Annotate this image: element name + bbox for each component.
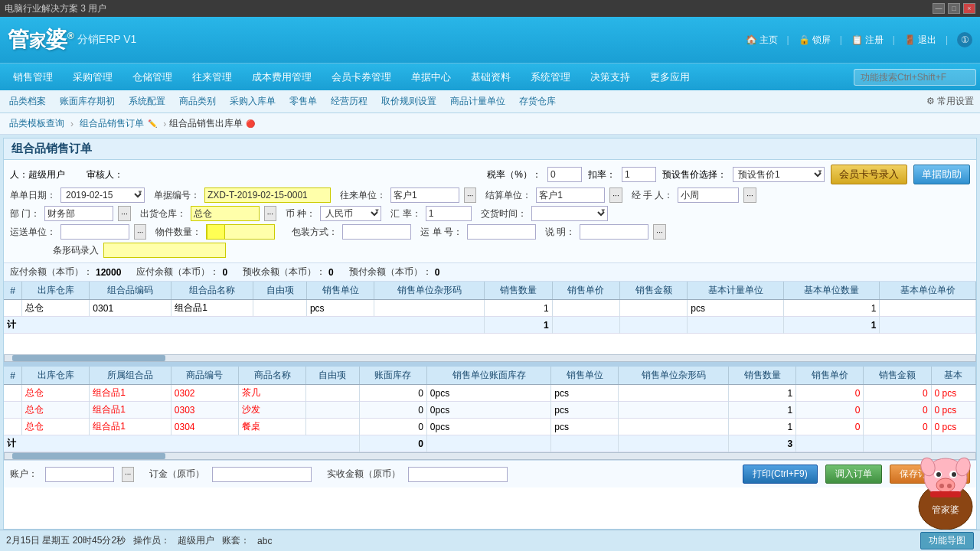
tax-rate-input[interactable] <box>547 167 582 182</box>
lcol-combo: 所属组合品 <box>90 367 172 385</box>
to-unit-btn[interactable]: ··· <box>464 187 476 203</box>
to-unit-input[interactable] <box>390 187 459 203</box>
subnav-category[interactable]: 商品类别 <box>176 93 219 109</box>
logout-link[interactable]: 🚪 退出 <box>904 34 936 47</box>
account-btn[interactable]: ··· <box>122 467 134 482</box>
order-num-label: 单据编号： <box>154 189 200 202</box>
lcol-basic: 基本 <box>931 367 975 385</box>
warehouse-input[interactable] <box>191 206 260 221</box>
form-row-4: 条形码录入 <box>10 243 970 258</box>
func-map-btn[interactable]: 功能导图 <box>920 532 974 549</box>
vip-card-btn[interactable]: 会员卡号录入 <box>831 165 907 184</box>
sub-nav: 品类档案 账面库存期初 系统配置 商品类别 采购入库单 零售单 经营历程 取价规… <box>0 90 980 113</box>
nav-membership[interactable]: 会员卡券管理 <box>322 67 400 87</box>
note-input[interactable] <box>580 224 648 240</box>
price-select[interactable]: 预设售价1 <box>733 167 825 182</box>
subnav-purchase-in[interactable]: 采购入库单 <box>227 93 279 109</box>
ship-num-label: 运 单 号： <box>420 226 462 239</box>
form-area: 人：超级用户 审核人： 税率（%）： 扣率： 预设售价选择： 预设售价1 会员卡… <box>4 160 976 263</box>
table-row[interactable]: 总仓 组合品1 0304 餐桌 0 0pcs pcs 1 0 0 0 pcs <box>4 419 976 435</box>
upper-scrollbar[interactable] <box>4 354 976 362</box>
lower-table: # 出库仓库 所属组合品 商品编号 商品名称 自由项 账面库存 销售单位账面库存… <box>4 367 976 452</box>
lower-scrollbar[interactable] <box>4 452 976 460</box>
subnav-retail[interactable]: 零售单 <box>286 93 320 109</box>
subnav-product-file[interactable]: 品类档案 <box>6 93 49 109</box>
breadcrumb-template[interactable]: 品类模板查询 <box>6 116 67 132</box>
lcol-code: 商品编号 <box>171 367 238 385</box>
to-unit-label: 往来单位： <box>340 189 386 202</box>
maximize-btn[interactable]: □ <box>948 3 960 14</box>
svg-point-3 <box>939 484 944 488</box>
table-row[interactable]: 总仓 0301 组合品1 pcs 1 pcs 1 <box>4 300 976 317</box>
nav-search-input[interactable] <box>854 69 976 86</box>
order-input[interactable] <box>212 467 312 482</box>
nav-transactions[interactable]: 往来管理 <box>183 67 241 87</box>
form-row-3: 运送单位： ··· 物件数量： 包装方式： 运 单 号： 说 明： ··· <box>10 224 970 240</box>
info-link[interactable]: ① <box>957 32 972 47</box>
dept-btn[interactable]: ··· <box>118 206 130 221</box>
svg-point-8 <box>952 472 956 477</box>
nav-vouchers[interactable]: 单据中心 <box>402 67 460 87</box>
price-select-wrapper: 预设售价1 <box>733 167 825 182</box>
actual-input[interactable] <box>408 467 508 482</box>
parts-count-input[interactable] <box>206 224 275 240</box>
header-right: 🏠 主页 | 🔒 锁屏 | 📋 注册 | 🚪 退出 | ① <box>746 17 973 63</box>
reviewer-label: 审核人： <box>87 168 123 181</box>
help-btn[interactable]: 单据助助 <box>913 165 970 184</box>
col-sales-amount: 销售金额 <box>620 282 688 300</box>
dept-input[interactable] <box>44 206 113 221</box>
pre-pay: 预付余额（本币）： 0 <box>349 266 440 279</box>
dept-label: 部 门： <box>10 207 40 220</box>
subnav-history[interactable]: 经营历程 <box>328 93 371 109</box>
minimize-btn[interactable]: — <box>933 3 945 14</box>
order-num-input[interactable] <box>204 187 331 203</box>
breadcrumb-combo-sales[interactable]: 组合品销售订单 ✏️ <box>77 116 160 132</box>
lower-scrollbar-thumb[interactable] <box>12 453 165 459</box>
ship-num-input[interactable] <box>467 224 536 240</box>
nav-basic-data[interactable]: 基础资料 <box>462 67 520 87</box>
currency-select[interactable]: 人民币 <box>320 206 381 221</box>
shipping-input[interactable] <box>60 224 129 240</box>
warehouse-btn[interactable]: ··· <box>264 206 276 221</box>
note-btn[interactable]: ··· <box>653 224 665 240</box>
exchange-input[interactable] <box>426 206 472 221</box>
page-content: 组合品销售订单 人：超级用户 审核人： 税率（%）： 扣率： 预设售价选择： 预… <box>3 138 977 530</box>
close-btn[interactable]: × <box>963 3 975 14</box>
settings-link[interactable]: ⚙ 常用设置 <box>926 95 974 108</box>
subnav-pricing[interactable]: 取价规则设置 <box>378 93 439 109</box>
nav-sales[interactable]: 销售管理 <box>4 67 62 87</box>
settle-btn[interactable]: ··· <box>609 187 622 203</box>
subnav-ledger[interactable]: 账面库存期初 <box>57 93 118 109</box>
home-link[interactable]: 🏠 主页 <box>746 34 778 47</box>
register-link[interactable]: 📋 注册 <box>851 34 884 47</box>
nav-decisions[interactable]: 决策支持 <box>581 67 639 87</box>
barcode-input[interactable] <box>103 243 226 258</box>
nav-costs[interactable]: 成本费用管理 <box>243 67 321 87</box>
pre-rec-val: 0 <box>328 267 334 278</box>
discount-input[interactable] <box>622 167 656 182</box>
settle-input[interactable] <box>536 187 605 203</box>
nav-warehouse[interactable]: 仓储管理 <box>123 67 181 87</box>
table-row[interactable]: 总仓 组合品1 0302 茶几 0 0pcs pcs 1 0 0 0 pcs <box>4 385 976 402</box>
table-row[interactable]: 总仓 组合品1 0303 沙发 0 0pcs pcs 1 0 0 0 pcs <box>4 402 976 419</box>
nav-system[interactable]: 系统管理 <box>521 67 580 87</box>
nav-more[interactable]: 更多应用 <box>641 67 699 87</box>
shipping-btn[interactable]: ··· <box>134 224 146 240</box>
import-btn[interactable]: 调入订单 <box>825 465 882 484</box>
handler-btn[interactable]: ··· <box>743 187 756 203</box>
subnav-sysconfig[interactable]: 系统配置 <box>126 93 168 109</box>
pack-input[interactable] <box>342 224 411 240</box>
subnav-warehouse[interactable]: 存货仓库 <box>516 93 559 109</box>
date-label: 单单日期： <box>10 189 56 202</box>
col-combo-name: 组合品名称 <box>172 282 253 300</box>
subnav-uom[interactable]: 商品计量单位 <box>447 93 508 109</box>
nav-purchase[interactable]: 采购管理 <box>64 67 122 87</box>
actual-label: 实收金额（原币） <box>327 468 400 481</box>
upper-scrollbar-thumb[interactable] <box>12 355 165 361</box>
trade-time-select[interactable] <box>531 206 608 221</box>
handler-input[interactable] <box>678 187 739 203</box>
date-input[interactable]: 2019-02-15 <box>60 187 145 203</box>
account-input[interactable] <box>45 467 114 482</box>
print-btn[interactable]: 打印(Ctrl+F9) <box>743 465 818 484</box>
lock-link[interactable]: 🔒 锁屏 <box>799 34 831 47</box>
